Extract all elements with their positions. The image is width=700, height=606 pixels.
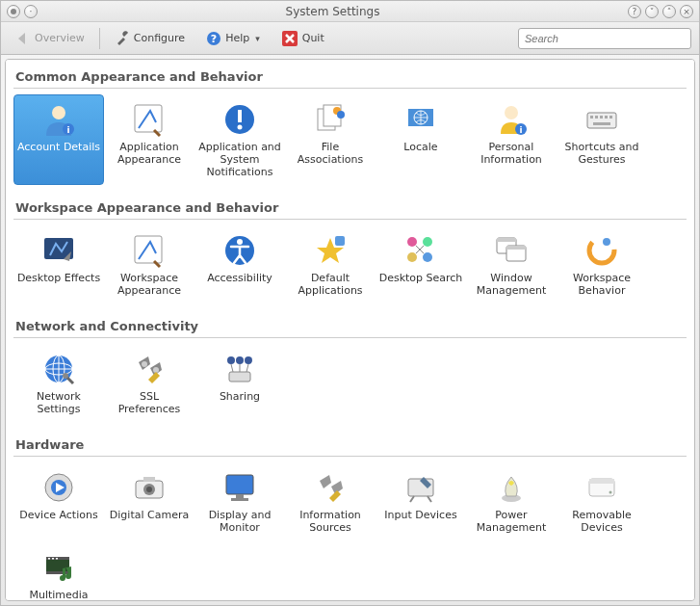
svg-point-46 <box>142 361 147 367</box>
item-device-actions[interactable]: Device Actions <box>13 462 104 540</box>
device-actions-icon <box>40 469 77 506</box>
item-file-associations[interactable]: File Associations <box>285 94 376 185</box>
svg-rect-70 <box>52 558 54 560</box>
svg-point-33 <box>423 237 432 247</box>
help-button[interactable]: ? Help ▾ <box>199 27 267 50</box>
svg-point-35 <box>423 252 432 262</box>
ssl-icon <box>131 351 168 387</box>
svg-rect-31 <box>335 236 345 246</box>
svg-point-49 <box>245 356 252 364</box>
item-removable-devices[interactable]: Removable Devices <box>557 462 647 540</box>
input-devices-icon <box>402 469 439 506</box>
svg-rect-51 <box>229 372 250 382</box>
default-apps-icon <box>312 232 349 269</box>
svg-rect-60 <box>231 498 248 501</box>
item-accessibility[interactable]: Accessibility <box>194 225 285 303</box>
item-default-applications[interactable]: Default Applications <box>285 225 376 303</box>
pin-icon[interactable]: · <box>24 5 38 18</box>
workspace-appearance-icon <box>131 232 168 269</box>
svg-rect-69 <box>48 558 50 560</box>
sharing-icon <box>221 351 258 387</box>
svg-text:i: i <box>66 125 69 135</box>
item-shortcuts-gestures[interactable]: Shortcuts and Gestures <box>557 94 647 185</box>
svg-rect-9 <box>238 110 242 122</box>
svg-rect-55 <box>143 477 155 482</box>
chevron-down-icon: ▾ <box>255 34 260 43</box>
info-sources-icon <box>312 469 349 506</box>
item-network-settings[interactable]: Network Settings <box>13 344 104 422</box>
svg-rect-59 <box>236 494 244 498</box>
svg-text:?: ? <box>211 33 217 45</box>
svg-point-40 <box>589 238 614 263</box>
item-locale[interactable]: Locale <box>376 94 466 185</box>
svg-point-45 <box>63 373 68 379</box>
maximize-icon[interactable]: ˄ <box>662 5 676 18</box>
overview-button[interactable]: Overview <box>9 27 91 50</box>
item-sharing[interactable]: Sharing <box>194 344 285 422</box>
item-input-devices[interactable]: Input Devices <box>376 462 466 540</box>
item-personal-information[interactable]: i Personal Information <box>466 94 557 185</box>
svg-point-10 <box>238 125 243 130</box>
svg-point-41 <box>603 238 610 246</box>
system-settings-window: · System Settings ? ˅ ˄ × Overview Confi… <box>0 0 700 606</box>
item-digital-camera[interactable]: Digital Camera <box>104 462 194 540</box>
svg-point-0 <box>11 9 16 14</box>
multimedia-icon <box>40 549 77 586</box>
minimize-icon[interactable]: ˅ <box>645 5 659 18</box>
close-icon[interactable]: × <box>680 5 693 18</box>
svg-point-17 <box>505 106 518 119</box>
window-mgmt-icon <box>493 232 530 269</box>
section-header-common: Common Appearance and Behavior <box>13 64 687 89</box>
item-desktop-search[interactable]: Desktop Search <box>376 225 466 303</box>
back-arrow-icon <box>15 31 31 46</box>
section-network: Network and Connectivity Network Setting… <box>13 313 687 422</box>
svg-text:i: i <box>519 125 522 135</box>
window-title: System Settings <box>38 5 628 18</box>
section-hardware: Hardware Device Actions Digital Camera D… <box>13 432 687 601</box>
section-header-workspace: Workspace Appearance and Behavior <box>13 195 687 220</box>
toolbar: Overview Configure ? Help ▾ Quit <box>1 22 699 55</box>
item-desktop-effects[interactable]: Desktop Effects <box>13 225 104 303</box>
item-power-management[interactable]: Power Management <box>466 462 557 540</box>
appearance-icon <box>131 101 168 138</box>
item-ssl-preferences[interactable]: SSL Preferences <box>104 344 194 422</box>
user-info-icon: i <box>40 101 77 138</box>
quit-icon <box>281 30 298 47</box>
item-display-monitor[interactable]: Display and Monitor <box>194 462 285 540</box>
svg-point-48 <box>227 356 235 364</box>
locale-icon <box>402 101 439 138</box>
help-titlebar-icon[interactable]: ? <box>628 5 641 18</box>
item-app-sys-notifications[interactable]: Application and System Notifications <box>194 94 285 185</box>
item-account-details[interactable]: i Account Details <box>13 94 104 185</box>
item-window-management[interactable]: Window Management <box>466 225 557 303</box>
svg-rect-25 <box>609 116 612 119</box>
power-icon <box>493 469 530 506</box>
svg-point-14 <box>337 111 345 119</box>
keyboard-icon <box>583 101 620 138</box>
configure-button[interactable]: Configure <box>108 27 192 50</box>
help-icon: ? <box>206 31 221 46</box>
item-information-sources[interactable]: Information Sources <box>285 462 376 540</box>
section-common: Common Appearance and Behavior i Account… <box>13 64 687 185</box>
svg-rect-58 <box>226 475 253 494</box>
search-input[interactable] <box>518 28 691 49</box>
svg-point-30 <box>237 239 243 245</box>
desktop-search-icon <box>402 232 439 269</box>
personal-info-icon: i <box>493 101 530 138</box>
app-menu-icon[interactable] <box>7 5 20 18</box>
item-workspace-behavior[interactable]: Workspace Behavior <box>557 225 647 303</box>
removable-icon <box>583 469 620 506</box>
toolbar-separator <box>99 28 100 49</box>
svg-rect-64 <box>589 479 614 484</box>
svg-rect-71 <box>56 558 58 560</box>
accessibility-icon <box>221 232 258 269</box>
section-header-hardware: Hardware <box>13 432 687 457</box>
wrench-icon <box>115 31 130 46</box>
svg-point-50 <box>236 356 244 364</box>
quit-button[interactable]: Quit <box>274 26 331 51</box>
desktop-effects-icon <box>40 232 77 269</box>
item-application-appearance[interactable]: Application Appearance <box>104 94 194 185</box>
item-multimedia[interactable]: Multimedia <box>13 542 104 601</box>
svg-rect-37 <box>497 238 516 242</box>
item-workspace-appearance[interactable]: Workspace Appearance <box>104 225 194 303</box>
